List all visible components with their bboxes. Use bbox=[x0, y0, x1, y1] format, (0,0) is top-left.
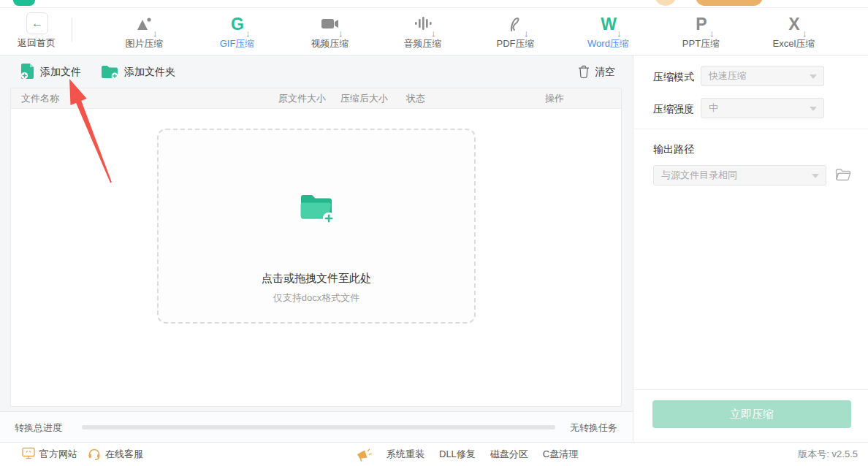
nav-divider bbox=[72, 18, 72, 42]
tab-audio-compress[interactable]: ↓ 音频压缩 bbox=[376, 8, 469, 55]
column-operation: 操作 bbox=[545, 92, 621, 105]
c-drive-cleanup-link[interactable]: C盘清理 bbox=[543, 448, 578, 461]
progress-label: 转换总进度 bbox=[15, 421, 62, 435]
down-arrow-icon: ↓ bbox=[245, 28, 251, 38]
image-compress-icon: ↓ bbox=[132, 13, 158, 35]
tab-label: 视频压缩 bbox=[311, 37, 349, 50]
progress-bar bbox=[82, 425, 555, 429]
gif-glyph: G bbox=[231, 16, 243, 33]
tab-label: PDF压缩 bbox=[497, 37, 535, 50]
app-logo-fragment bbox=[13, 0, 35, 6]
online-service-link[interactable]: 在线客服 bbox=[88, 443, 143, 466]
tab-label: 音频压缩 bbox=[404, 37, 442, 50]
conversion-progress-row: 转换总进度 无转换任务 bbox=[0, 411, 633, 442]
ppt-compress-icon: P ↓ bbox=[688, 13, 715, 35]
compress-strength-select[interactable]: 中 bbox=[701, 98, 824, 118]
folder-outline-icon bbox=[835, 171, 851, 183]
chevron-down-icon bbox=[812, 174, 819, 178]
down-arrow-icon: ↓ bbox=[153, 28, 158, 38]
tab-image-compress[interactable]: ↓ 图片压缩 bbox=[98, 8, 191, 55]
panel-divider bbox=[634, 389, 868, 390]
compress-now-label: 立即压缩 bbox=[730, 408, 774, 421]
output-path-select[interactable]: 与源文件目录相同 bbox=[653, 165, 826, 186]
add-file-button[interactable]: 添加文件 bbox=[20, 62, 81, 83]
folder-add-icon bbox=[295, 191, 338, 229]
tab-pdf-compress[interactable]: ↓ PDF压缩 bbox=[469, 8, 562, 55]
word-glyph: W bbox=[601, 16, 616, 33]
footer-tools: 系统重装 DLL修复 磁盘分区 C盘清理 bbox=[357, 443, 578, 466]
down-arrow-icon: ↓ bbox=[338, 28, 343, 38]
clear-list-button[interactable]: 清空 bbox=[578, 62, 615, 83]
tab-gif-compress[interactable]: G ↓ GIF压缩 bbox=[191, 8, 283, 55]
add-folder-button[interactable]: 添加文件夹 bbox=[101, 62, 175, 83]
column-status: 状态 bbox=[406, 92, 545, 105]
compress-strength-value: 中 bbox=[709, 102, 718, 115]
browse-folder-button[interactable] bbox=[835, 168, 851, 184]
footer-bar: 官方网站 在线客服 系统重装 DLL修复 磁盘分区 C盘清理 版本号: v2.5… bbox=[0, 442, 868, 466]
headset-icon bbox=[88, 447, 101, 462]
panel-divider bbox=[634, 129, 868, 129]
compress-now-button[interactable]: 立即压缩 bbox=[652, 400, 851, 428]
down-arrow-icon: ↓ bbox=[524, 28, 529, 38]
dropzone-subtitle: 仅支持docx格式文件 bbox=[273, 291, 359, 305]
dll-repair-link[interactable]: DLL修复 bbox=[439, 448, 476, 461]
disk-partition-link[interactable]: 磁盘分区 bbox=[490, 448, 528, 461]
tab-label: Word压缩 bbox=[587, 37, 629, 50]
output-path-value: 与源文件目录相同 bbox=[661, 169, 737, 182]
top-banner-icon-fragment bbox=[655, 0, 677, 6]
audio-compress-icon: ↓ bbox=[410, 13, 436, 35]
word-compress-app-window: ← 返回首页 ↓ 图片压缩 G ↓ GIF压缩 bbox=[0, 0, 868, 466]
trash-icon bbox=[578, 65, 590, 80]
column-original-size: 原文件大小 bbox=[278, 92, 340, 105]
compress-mode-select[interactable]: 快速压缩 bbox=[701, 66, 824, 86]
add-file-icon bbox=[20, 63, 34, 82]
tab-word-compress[interactable]: W ↓ Word压缩 bbox=[562, 8, 655, 55]
excel-glyph: X bbox=[788, 16, 799, 33]
clear-label: 清空 bbox=[595, 66, 615, 79]
down-arrow-icon: ↓ bbox=[431, 28, 436, 38]
excel-compress-icon: X ↓ bbox=[781, 13, 807, 35]
back-arrow-icon: ← bbox=[31, 17, 43, 30]
down-arrow-icon: ↓ bbox=[802, 28, 807, 38]
down-arrow-icon: ↓ bbox=[709, 28, 715, 38]
compress-strength-label: 压缩强度 bbox=[653, 103, 694, 116]
ppt-glyph: P bbox=[696, 16, 706, 33]
megaphone-icon bbox=[357, 448, 372, 462]
settings-panel: 压缩模式 快速压缩 压缩强度 中 输出路径 与源文件目录相同 立即压缩 bbox=[633, 56, 868, 442]
video-compress-icon: ↓ bbox=[317, 13, 343, 35]
word-compress-icon: W ↓ bbox=[595, 13, 622, 35]
add-folder-label: 添加文件夹 bbox=[124, 66, 175, 79]
official-site-label: 官方网站 bbox=[39, 448, 77, 461]
gif-compress-icon: G ↓ bbox=[224, 13, 251, 35]
add-file-label: 添加文件 bbox=[40, 66, 81, 79]
tab-label: Excel压缩 bbox=[773, 37, 815, 50]
compress-mode-label: 压缩模式 bbox=[653, 71, 694, 84]
down-arrow-icon: ↓ bbox=[617, 28, 622, 38]
output-path-label: 输出路径 bbox=[653, 143, 694, 156]
progress-status: 无转换任务 bbox=[570, 421, 617, 435]
back-label[interactable]: 返回首页 bbox=[6, 37, 67, 50]
tab-label: PPT压缩 bbox=[682, 37, 720, 50]
chevron-down-icon bbox=[810, 75, 817, 79]
compress-mode-value: 快速压缩 bbox=[709, 69, 747, 83]
dropzone-title: 点击或拖拽文件至此处 bbox=[262, 272, 371, 286]
file-dropzone[interactable]: 点击或拖拽文件至此处 仅支持docx格式文件 bbox=[157, 129, 476, 324]
tab-excel-compress[interactable]: X ↓ Excel压缩 bbox=[747, 8, 840, 55]
tab-ppt-compress[interactable]: P ↓ PPT压缩 bbox=[655, 8, 747, 55]
online-service-label: 在线客服 bbox=[105, 448, 143, 461]
version-label: 版本号: v2.5.5 bbox=[798, 443, 858, 466]
main-content-area: 添加文件 添加文件夹 清空 文件名称 原文件大小 压缩后大小 状态 操作 bbox=[0, 56, 633, 442]
top-banner-button-fragment[interactable] bbox=[696, 0, 763, 6]
tab-video-compress[interactable]: ↓ 视频压缩 bbox=[283, 8, 376, 55]
add-folder-icon bbox=[101, 64, 118, 81]
back-button[interactable]: ← bbox=[26, 12, 48, 34]
monitor-icon bbox=[22, 447, 35, 462]
system-reinstall-link[interactable]: 系统重装 bbox=[387, 448, 425, 461]
chevron-down-icon bbox=[810, 107, 817, 111]
official-site-link[interactable]: 官方网站 bbox=[22, 443, 77, 466]
file-table-header: 文件名称 原文件大小 压缩后大小 状态 操作 bbox=[11, 88, 621, 109]
file-list-panel: 文件名称 原文件大小 压缩后大小 状态 操作 点击或拖拽文件至此处 仅支持doc… bbox=[10, 88, 622, 407]
column-compressed-size: 压缩后大小 bbox=[340, 92, 406, 105]
compress-tabs: ↓ 图片压缩 G ↓ GIF压缩 ↓ 视频压缩 bbox=[98, 8, 840, 55]
tab-label: GIF压缩 bbox=[220, 37, 255, 50]
